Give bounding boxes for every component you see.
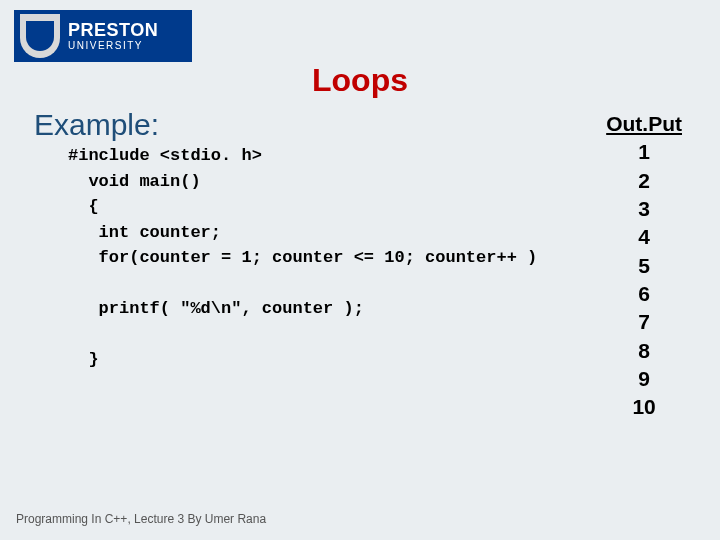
output-value: 3 [606, 195, 682, 223]
code-block: #include <stdio. h> void main() { int co… [68, 143, 537, 373]
slide-title: Loops [0, 62, 720, 99]
code-line: printf( "%d\n", counter ); [68, 299, 364, 318]
example-heading: Example: [34, 108, 159, 142]
code-line: #include <stdio. h> [68, 146, 262, 165]
crest-icon [20, 14, 60, 58]
output-value: 1 [606, 138, 682, 166]
output-value: 2 [606, 167, 682, 195]
output-value: 10 [606, 393, 682, 421]
code-line: void main() [68, 172, 201, 191]
code-line: for(counter = 1; counter <= 10; counter+… [68, 248, 537, 267]
footer-text: Programming In C++, Lecture 3 By Umer Ra… [16, 512, 266, 526]
code-line: int counter; [68, 223, 221, 242]
output-value: 5 [606, 252, 682, 280]
output-heading: Out.Put [606, 110, 682, 138]
output-value: 8 [606, 337, 682, 365]
logo-text: PRESTON UNIVERSITY [68, 21, 158, 51]
output-value: 6 [606, 280, 682, 308]
code-line: { [68, 197, 99, 216]
university-logo: PRESTON UNIVERSITY [14, 10, 192, 62]
output-value: 9 [606, 365, 682, 393]
logo-name: PRESTON [68, 21, 158, 39]
code-line: } [68, 350, 99, 369]
output-value: 4 [606, 223, 682, 251]
logo-sub: UNIVERSITY [68, 41, 158, 51]
output-value: 7 [606, 308, 682, 336]
output-block: Out.Put 1 2 3 4 5 6 7 8 9 10 [606, 110, 682, 422]
